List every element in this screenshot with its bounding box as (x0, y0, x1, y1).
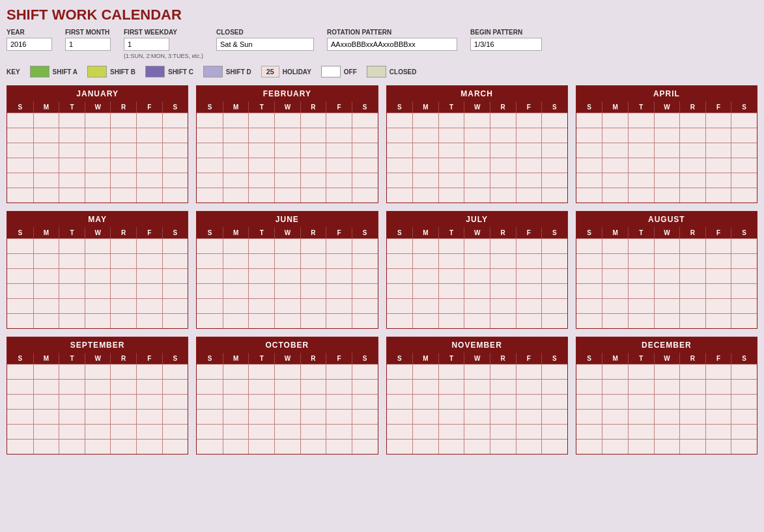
calendar-month-may: MAYSMTWRFS (7, 211, 188, 329)
day-cell (248, 188, 274, 203)
day-cell (731, 284, 757, 298)
day-cell (387, 173, 413, 188)
day-cell (705, 254, 731, 268)
day-cell (136, 425, 162, 439)
day-cell (110, 410, 136, 424)
week-row (7, 143, 188, 158)
day-cell (326, 410, 352, 424)
day-cell (300, 380, 326, 394)
day-cell (352, 188, 378, 203)
week-row (387, 394, 567, 409)
day-cell (162, 158, 188, 173)
dow-cell: S (541, 102, 567, 113)
dow-row: SMTWRFS (7, 227, 188, 238)
day-cell (516, 128, 542, 143)
week-row (387, 298, 567, 313)
day-cell (731, 188, 757, 203)
day-cell (628, 113, 654, 128)
day-cell (387, 299, 413, 313)
day-cell (679, 284, 705, 298)
holiday-key-label: HOLIDAY (283, 68, 311, 76)
closed-input[interactable] (216, 38, 314, 51)
day-cell (731, 113, 757, 128)
year-input[interactable] (7, 38, 52, 51)
day-cell (412, 284, 438, 298)
day-cell (387, 239, 413, 253)
day-cell (516, 440, 542, 454)
day-cell (679, 314, 705, 328)
day-cell (300, 254, 326, 268)
day-cell (7, 128, 33, 143)
day-cell (110, 365, 136, 379)
week-row (576, 424, 757, 439)
dow-cell: W (85, 227, 111, 238)
day-cell (162, 299, 188, 313)
shift-b-swatch (87, 66, 107, 77)
day-cell (412, 188, 438, 203)
week-row (197, 128, 377, 143)
day-cell (326, 269, 352, 283)
day-cell (110, 395, 136, 409)
first-weekday-input[interactable] (124, 38, 169, 51)
day-cell (412, 173, 438, 188)
day-cell (33, 395, 59, 409)
rotation-input[interactable] (327, 38, 457, 51)
day-cell (33, 239, 59, 253)
month-header-october: OCTOBER (197, 337, 377, 353)
day-cell (110, 269, 136, 283)
calendar-month-march: MARCHSMTWRFS (386, 85, 568, 203)
day-cell (326, 314, 352, 328)
day-cell (464, 410, 490, 424)
day-cell (516, 188, 542, 203)
day-cell (516, 365, 542, 379)
week-row (197, 424, 377, 439)
day-cell (162, 173, 188, 188)
day-cell (248, 425, 274, 439)
first-month-input[interactable] (65, 38, 111, 51)
day-cell (85, 284, 111, 298)
day-cell (705, 440, 731, 454)
week-row (387, 128, 567, 143)
day-cell (197, 188, 223, 203)
day-cell (541, 365, 567, 379)
day-cell (541, 410, 567, 424)
day-cell (352, 365, 378, 379)
day-cell (576, 410, 602, 424)
day-cell (602, 158, 628, 173)
dow-cell: S (162, 102, 188, 113)
day-cell (274, 128, 300, 143)
day-cell (326, 143, 352, 158)
day-cell (490, 269, 516, 283)
day-cell (85, 173, 111, 188)
week-row (387, 439, 567, 454)
day-cell (300, 158, 326, 173)
day-cell (110, 440, 136, 454)
week-row (7, 113, 188, 128)
week-row (7, 238, 188, 253)
dow-row: SMTWRFS (7, 102, 188, 113)
day-cell (352, 143, 378, 158)
calendars-grid: JANUARYSMTWRFSFEBRUARYSMTWRFSMARCHSMTWRF… (7, 85, 757, 455)
day-cell (85, 239, 111, 253)
week-row (197, 253, 377, 268)
begin-pattern-input[interactable] (470, 38, 542, 51)
day-cell (248, 440, 274, 454)
day-cell (136, 128, 162, 143)
dow-row: SMTWRFS (197, 227, 377, 238)
day-cell (438, 173, 464, 188)
dow-cell: S (352, 353, 378, 364)
day-cell (705, 365, 731, 379)
day-cell (628, 173, 654, 188)
day-cell (136, 143, 162, 158)
day-cell (628, 410, 654, 424)
day-cell (300, 143, 326, 158)
day-cell (197, 299, 223, 313)
day-cell (274, 113, 300, 128)
day-cell (731, 173, 757, 188)
day-cell (679, 410, 705, 424)
day-cell (85, 113, 111, 128)
dow-cell: T (438, 102, 464, 113)
day-cell (731, 395, 757, 409)
day-cell (490, 128, 516, 143)
day-cell (33, 380, 59, 394)
